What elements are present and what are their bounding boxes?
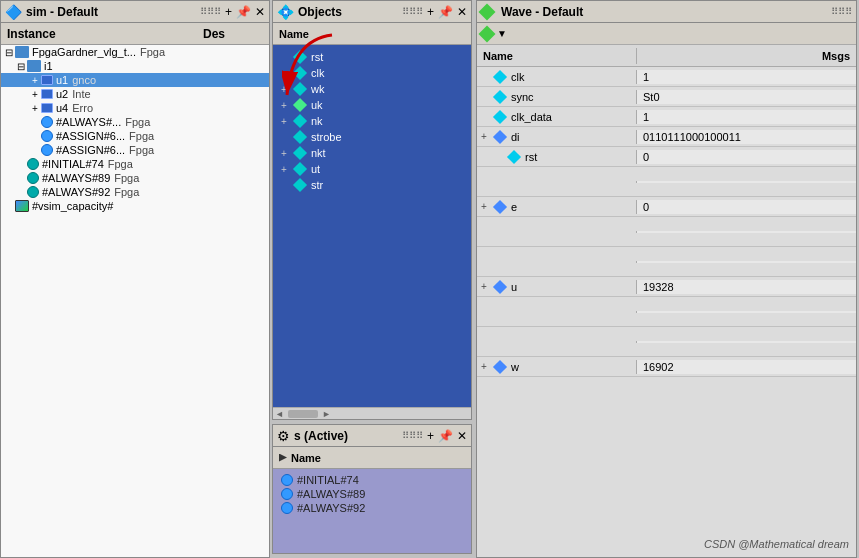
objects-add-icon[interactable]: + [427, 5, 434, 19]
u1-desc: gnco [68, 74, 96, 86]
u1-text: u1 [56, 74, 68, 86]
obj-item-uk[interactable]: + uk [273, 97, 471, 113]
wave-empty4-name [477, 311, 637, 313]
obj-item-nk[interactable]: + nk [273, 113, 471, 129]
expand-i1[interactable]: ⊟ [15, 61, 27, 72]
expand-u2[interactable]: + [29, 89, 41, 100]
chip-icon-u1 [41, 75, 53, 85]
wave-row-sync[interactable]: sync St0 [477, 87, 856, 107]
wave-di-label: di [511, 131, 520, 143]
wave-row-w[interactable]: + w 16902 [477, 357, 856, 377]
wave-row-clk-data[interactable]: clk_data 1 [477, 107, 856, 127]
chip-icon-u2 [41, 89, 53, 99]
diamond-icon-str [293, 178, 307, 192]
objects-scrollbar[interactable]: ◄ ► [273, 407, 471, 419]
diamond-icon-clk [293, 66, 307, 80]
objects-list[interactable]: rst clk + wk + [273, 45, 471, 407]
sim-add-icon[interactable]: + [225, 5, 232, 19]
wave-dropdown-icon[interactable]: ▼ [497, 28, 507, 39]
active-item-init74[interactable]: #INITIAL#74 [273, 473, 471, 487]
obj-item-nkt[interactable]: + nkt [273, 145, 471, 161]
obj-item-wk[interactable]: + wk [273, 81, 471, 97]
tree-item-assign1[interactable]: #ASSIGN#6... Fpga [1, 129, 269, 143]
wave-value-rst: 0 [637, 150, 856, 164]
circle-icon-always89 [27, 172, 39, 184]
wave-row-rst[interactable]: rst 0 [477, 147, 856, 167]
diamond-wave-w [493, 359, 507, 373]
tree-item-u4[interactable]: + u4 Erro [1, 101, 269, 115]
wave-rst-label: rst [525, 151, 537, 163]
diamond-wave-di [493, 129, 507, 143]
objects-close-icon[interactable]: ✕ [457, 5, 467, 19]
wave-expand-u[interactable]: + [481, 281, 493, 292]
expand-u4[interactable]: + [29, 103, 41, 114]
circle-icon-assign2 [41, 144, 53, 156]
active-pin-icon[interactable]: 📌 [438, 429, 453, 443]
wave-name-clk-data: clk_data [477, 110, 637, 124]
obj-text-rst: rst [311, 51, 323, 63]
active-close-icon[interactable]: ✕ [457, 429, 467, 443]
wave-sync-label: sync [511, 91, 534, 103]
circle-icon-always92 [27, 186, 39, 198]
diamond-wave-clk [493, 69, 507, 83]
sim-pin-icon[interactable]: 📌 [236, 5, 251, 19]
tree-item-u1[interactable]: + u1 gnco [1, 73, 269, 87]
tree-item-fpga[interactable]: ⊟ FpgaGardner_vlg_t... Fpga [1, 45, 269, 59]
objects-pin-icon[interactable]: 📌 [438, 5, 453, 19]
active-text-init74: #INITIAL#74 [297, 474, 359, 486]
wave-row-clk[interactable]: clk 1 [477, 67, 856, 87]
folder-icon-fpga [15, 46, 29, 58]
tree-item-always92[interactable]: #ALWAYS#92 Fpga [1, 185, 269, 199]
obj-item-rst[interactable]: rst [273, 49, 471, 65]
sim-title: sim - Default [26, 5, 196, 19]
active-list[interactable]: #INITIAL#74 #ALWAYS#89 #ALWAYS#92 [273, 469, 471, 553]
obj-item-str[interactable]: str [273, 177, 471, 193]
sim-panel: 🔷 sim - Default ⠿⠿⠿ + 📌 ✕ Instance Des ⊟… [0, 0, 270, 558]
active-item-alw89[interactable]: #ALWAYS#89 [273, 487, 471, 501]
wave-icon [479, 3, 496, 20]
wave-name-clk: clk [477, 70, 637, 84]
expand-u1[interactable]: + [29, 75, 41, 86]
tree-item-vsim[interactable]: #vsim_capacity# [1, 199, 269, 213]
wave-row-empty2 [477, 217, 856, 247]
obj-item-ut[interactable]: + ut [273, 161, 471, 177]
tree-item-initial74[interactable]: #INITIAL#74 Fpga [1, 157, 269, 171]
expand-fpga[interactable]: ⊟ [3, 47, 15, 58]
active-title: s (Active) [294, 429, 398, 443]
wave-expand-di[interactable]: + [481, 131, 493, 142]
always89-text: #ALWAYS#89 [42, 172, 110, 184]
wave-title: Wave - Default [501, 5, 827, 19]
diamond-wave-sync [493, 89, 507, 103]
active-text-alw92: #ALWAYS#92 [297, 502, 365, 514]
wave-expand-e[interactable]: + [481, 201, 493, 212]
diamond-wave-rst [507, 149, 521, 163]
sim-close-icon[interactable]: ✕ [255, 5, 265, 19]
obj-text-uk: uk [311, 99, 323, 111]
objects-header: Name [273, 23, 471, 45]
wave-msgs-header: Msgs [637, 48, 856, 64]
active-titlebar: ⚙ s (Active) ⠿⠿⠿ + 📌 ✕ [273, 425, 471, 447]
wave-row-di[interactable]: + di 0110111000100011 [477, 127, 856, 147]
wave-value-clk: 1 [637, 70, 856, 84]
obj-item-strobe[interactable]: strobe [273, 129, 471, 145]
right-panels: 💠 Objects ⠿⠿⠿ + 📌 ✕ Name rst [272, 0, 474, 558]
wave-panel: Wave - Default ⠿⠿⠿ ▼ Name Msgs [476, 0, 857, 558]
wave-row-empty5 [477, 327, 856, 357]
tree-item-i1[interactable]: ⊟ i1 [1, 59, 269, 73]
tree-item-assign2[interactable]: #ASSIGN#6... Fpga [1, 143, 269, 157]
tree-item-always89[interactable]: #ALWAYS#89 Fpga [1, 171, 269, 185]
wave-rows[interactable]: clk 1 sync St0 [477, 67, 856, 557]
obj-text-wk: wk [311, 83, 324, 95]
obj-item-clk[interactable]: clk [273, 65, 471, 81]
objects-title: Objects [298, 5, 398, 19]
tree-item-always1[interactable]: #ALWAYS#... Fpga [1, 115, 269, 129]
sim-tree[interactable]: ⊟ FpgaGardner_vlg_t... Fpga ⊟ i1 + u1 [1, 45, 269, 557]
wave-row-u[interactable]: + u 19328 [477, 277, 856, 297]
active-item-alw92[interactable]: #ALWAYS#92 [273, 501, 471, 515]
tree-item-u2[interactable]: + u2 Inte [1, 87, 269, 101]
objects-titlebar: 💠 Objects ⠿⠿⠿ + 📌 ✕ [273, 1, 471, 23]
diamond-icon-rst [293, 50, 307, 64]
wave-expand-w[interactable]: + [481, 361, 493, 372]
wave-row-e[interactable]: + e 0 [477, 197, 856, 217]
active-add-icon[interactable]: + [427, 429, 434, 443]
